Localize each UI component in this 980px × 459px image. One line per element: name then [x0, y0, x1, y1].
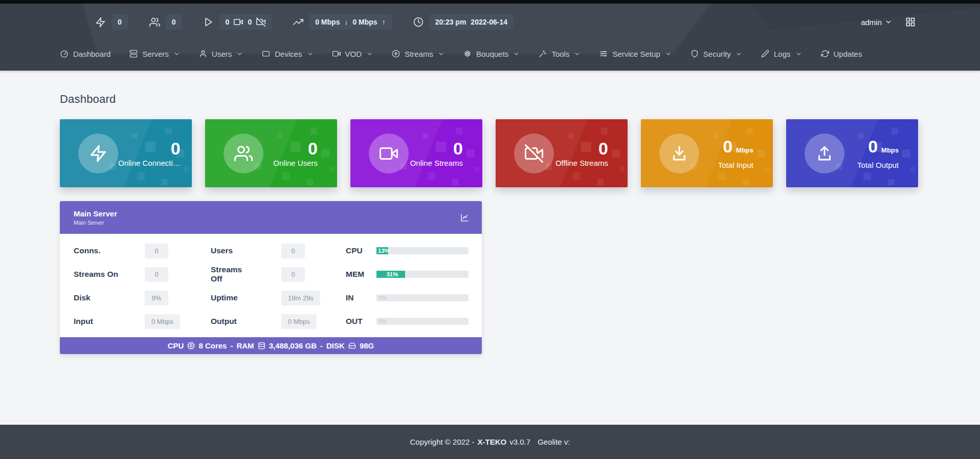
users-icon — [234, 144, 253, 163]
nav-item-service-setup[interactable]: Service Setup — [599, 50, 671, 58]
nav-item-devices[interactable]: Devices — [262, 50, 313, 58]
streams-stat: 0 0 — [204, 14, 272, 30]
server-panel-body: Conns. 0 Users 0 CPU 13% Streams On 0 St… — [60, 234, 482, 337]
field-value: 0 Mbps — [281, 314, 317, 329]
nav-item-users[interactable]: Users — [199, 50, 243, 58]
nav-item-bouquets[interactable]: Bouquets — [463, 50, 520, 58]
card-icon-circle — [659, 134, 699, 173]
up-arrow-icon: ↑ — [382, 18, 386, 26]
server-row: Input 0 Mbps Output 0 Mbps OUT 0% — [74, 310, 469, 333]
field-value: 0 — [145, 267, 168, 282]
down-arrow-icon: ↓ — [344, 18, 348, 26]
card-online-users: 0 Online Users — [205, 119, 337, 187]
ram-label: RAM — [236, 341, 254, 350]
video-off-icon — [525, 144, 543, 163]
field-label: Streams Off — [211, 265, 255, 283]
card-label: Total Output — [857, 161, 899, 169]
video-icon — [234, 17, 243, 27]
disk-value: 98G — [360, 341, 374, 350]
nav-item-security[interactable]: Security — [691, 50, 742, 58]
brand-name: X-TEKO — [478, 438, 507, 446]
meter-label: MEM — [346, 270, 376, 279]
admin-username: admin — [861, 18, 882, 27]
server-subtitle: Main Server — [74, 220, 117, 226]
meter-value: 0% — [378, 294, 387, 301]
chevron-down-icon — [236, 51, 243, 57]
cpu-value: 8 Cores — [198, 341, 227, 350]
shield-icon — [691, 50, 699, 58]
cpu-icon — [187, 342, 195, 349]
card-offline-streams: 0 Offline Streams — [496, 119, 628, 187]
field-value: 9% — [145, 291, 168, 305]
meter-label: OUT — [346, 317, 376, 326]
cpu-meter: 13% — [376, 247, 469, 254]
chart-line-icon — [460, 213, 469, 222]
main-server-panel: Main Server Main Server Conns. 0 Users 0… — [60, 201, 482, 354]
geolite-text: Geolite v: — [538, 438, 570, 446]
nav-item-dashboard[interactable]: Dashboard — [60, 50, 110, 58]
time-value: 20:23 pm — [435, 18, 466, 26]
chevron-down-icon — [366, 51, 373, 57]
user-icon — [199, 50, 207, 58]
field-label: Streams On — [74, 270, 145, 279]
main-navigation: Dashboard Servers Users Devices VOD — [0, 40, 980, 67]
datetime-badge: 20:23 pm 2022-06-14 — [429, 14, 514, 30]
nav-item-streams[interactable]: Streams — [392, 50, 444, 58]
refresh-icon — [821, 50, 829, 58]
streams-count-badge: 0 0 — [219, 14, 272, 30]
sliders-icon — [599, 50, 608, 58]
card-label: Offline Streams — [555, 159, 608, 167]
field-label: Conns. — [74, 246, 145, 255]
server-stats-button[interactable] — [460, 213, 469, 222]
video-icon — [332, 50, 341, 58]
card-label: Online Streams — [410, 159, 463, 167]
server-row: Conns. 0 Users 0 CPU 13% — [74, 239, 469, 263]
field-value: 0 — [281, 244, 305, 258]
clock-stat: 20:23 pm 2022-06-14 — [413, 14, 514, 30]
nav-item-updates[interactable]: Updates — [821, 50, 862, 58]
card-label: Total Input — [718, 161, 753, 169]
copyright-text: Copyright © 2022 - — [410, 438, 474, 446]
main-content: Dashboard 0 Online Connecti… 0 Online Us… — [0, 71, 980, 425]
admin-user-menu[interactable]: admin — [861, 18, 892, 27]
disk-label: DISK — [326, 341, 345, 350]
field-label: Output — [211, 317, 255, 326]
card-icon-circle — [369, 134, 409, 173]
server-name: Main Server — [74, 209, 117, 218]
card-value: 0 — [723, 137, 732, 156]
video-off-icon — [256, 17, 265, 27]
device-icon — [262, 50, 270, 58]
clock-icon — [413, 17, 424, 27]
separator: - — [320, 341, 323, 350]
chevron-down-icon — [173, 51, 180, 57]
card-label: Online Connecti… — [118, 159, 181, 167]
play-icon — [204, 17, 214, 27]
download-icon — [670, 144, 688, 163]
nav-item-tools[interactable]: Tools — [539, 50, 581, 58]
chevron-down-icon — [307, 51, 314, 57]
card-icon-circle — [78, 134, 118, 173]
chevron-down-icon — [665, 51, 672, 57]
database-icon — [258, 342, 265, 349]
date-value: 2022-06-14 — [471, 18, 507, 26]
nav-item-logs[interactable]: Logs — [761, 50, 802, 58]
app-header: 0 0 0 0 0 Mbps↓ 0 Mbps↑ — [0, 4, 980, 71]
connections-stat: 0 — [95, 14, 128, 30]
chevron-down-icon — [885, 18, 892, 26]
card-icon-circle — [224, 134, 263, 173]
card-icon-circle — [805, 134, 844, 173]
field-label: Users — [211, 246, 255, 255]
apps-grid-button[interactable] — [905, 17, 916, 27]
users-icon — [149, 17, 160, 28]
out-meter: 0% — [376, 318, 469, 325]
field-label: Disk — [74, 293, 145, 302]
field-value: 19m 29s — [281, 291, 320, 305]
chevron-down-icon — [795, 51, 802, 57]
meter-value: 13% — [378, 247, 390, 254]
field-value: 0 — [145, 244, 168, 258]
users-stat: 0 — [149, 14, 182, 30]
nav-item-vod[interactable]: VOD — [332, 50, 373, 58]
card-online-connections: 0 Online Connecti… — [60, 119, 192, 187]
bandwidth-badge: 0 Mbps↓ 0 Mbps↑ — [309, 14, 391, 30]
nav-item-servers[interactable]: Servers — [129, 50, 180, 58]
